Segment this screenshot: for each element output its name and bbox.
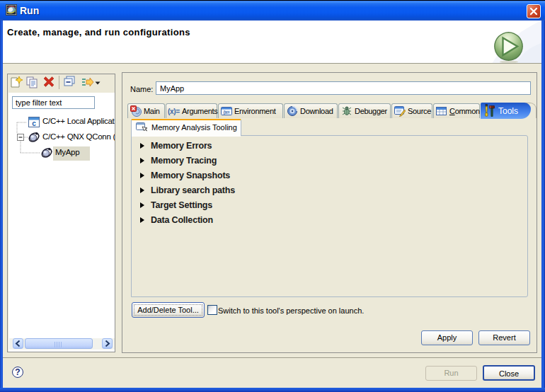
svg-text:(x=: (x=: [224, 110, 230, 115]
svg-text:c: c: [32, 120, 36, 127]
